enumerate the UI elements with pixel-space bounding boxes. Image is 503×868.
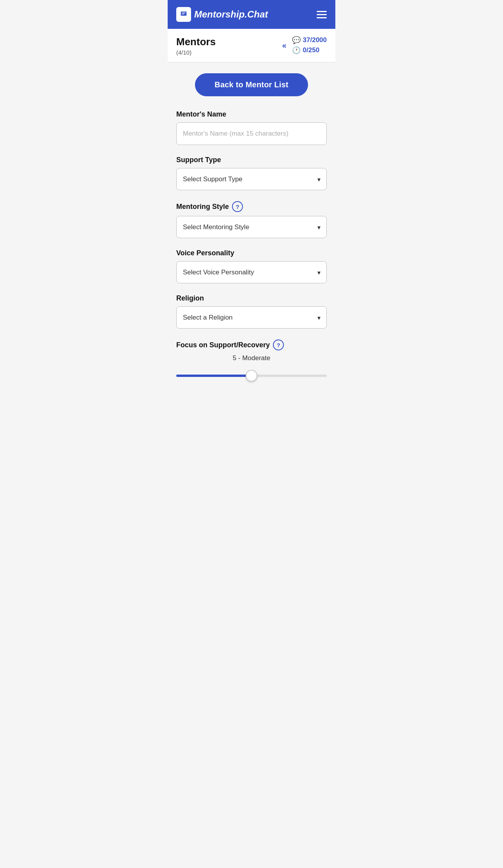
stats-container: 💬 37/2000 🕐 0/250 bbox=[292, 36, 327, 55]
mentor-name-input[interactable] bbox=[176, 122, 327, 145]
logo: Mentorship.Chat bbox=[176, 7, 268, 22]
page-subtitle: (4/10) bbox=[176, 49, 216, 56]
mentor-name-label: Mentor's Name bbox=[176, 110, 327, 118]
subheader: Mentors (4/10) « 💬 37/2000 🕐 0/250 bbox=[168, 29, 335, 62]
support-type-select-wrapper: Select Support Type ▾ bbox=[176, 168, 327, 190]
mentoring-style-help-icon[interactable]: ? bbox=[232, 201, 243, 212]
support-type-select[interactable]: Select Support Type bbox=[176, 168, 327, 190]
mentoring-style-label: Mentoring Style ? bbox=[176, 201, 327, 212]
back-button-container: Back to Mentor List bbox=[176, 73, 327, 96]
logo-icon bbox=[176, 7, 191, 22]
mentoring-style-select-wrapper: Select Mentoring Style ▾ bbox=[176, 216, 327, 238]
hamburger-line-3 bbox=[317, 17, 327, 18]
voice-personality-select[interactable]: Select Voice Personality bbox=[176, 261, 327, 283]
mentoring-style-section: Mentoring Style ? Select Mentoring Style… bbox=[176, 201, 327, 238]
stat-time-value: 0/250 bbox=[303, 46, 320, 54]
voice-personality-select-wrapper: Select Voice Personality ▾ bbox=[176, 261, 327, 283]
mentor-name-section: Mentor's Name bbox=[176, 110, 327, 145]
focus-support-help-icon[interactable]: ? bbox=[273, 339, 284, 350]
voice-personality-label: Voice Personality bbox=[176, 249, 327, 257]
focus-support-value: 5 - Moderate bbox=[176, 354, 327, 362]
hamburger-menu[interactable] bbox=[317, 11, 327, 18]
focus-support-slider-container bbox=[176, 366, 327, 385]
religion-select[interactable]: Select a Religion bbox=[176, 306, 327, 329]
subheader-right: « 💬 37/2000 🕐 0/250 bbox=[282, 36, 327, 55]
support-type-label: Support Type bbox=[176, 156, 327, 164]
app-header: Mentorship.Chat bbox=[168, 0, 335, 29]
back-to-mentor-list-button[interactable]: Back to Mentor List bbox=[195, 73, 308, 96]
stat-messages-value: 37/2000 bbox=[303, 36, 327, 44]
chevron-left-icon[interactable]: « bbox=[282, 41, 286, 50]
slider-fill bbox=[176, 375, 252, 377]
stat-time: 🕐 0/250 bbox=[292, 46, 327, 55]
page-title: Mentors bbox=[176, 36, 216, 48]
slider-thumb[interactable] bbox=[246, 370, 257, 382]
hamburger-line-1 bbox=[317, 11, 327, 12]
logo-text: Mentorship.Chat bbox=[194, 9, 268, 20]
religion-select-wrapper: Select a Religion ▾ bbox=[176, 306, 327, 329]
message-icon: 💬 bbox=[292, 36, 301, 44]
religion-label: Religion bbox=[176, 294, 327, 302]
support-type-section: Support Type Select Support Type ▾ bbox=[176, 156, 327, 190]
focus-support-label: Focus on Support/Recovery ? bbox=[176, 339, 327, 350]
voice-personality-section: Voice Personality Select Voice Personali… bbox=[176, 249, 327, 283]
subheader-left: Mentors (4/10) bbox=[176, 36, 216, 56]
hamburger-line-2 bbox=[317, 14, 327, 15]
mentoring-style-select[interactable]: Select Mentoring Style bbox=[176, 216, 327, 238]
slider-track bbox=[176, 375, 327, 377]
clock-icon: 🕐 bbox=[292, 46, 301, 55]
religion-section: Religion Select a Religion ▾ bbox=[176, 294, 327, 329]
main-content: Back to Mentor List Mentor's Name Suppor… bbox=[168, 62, 335, 412]
focus-support-section: Focus on Support/Recovery ? 5 - Moderate bbox=[176, 339, 327, 385]
stat-messages: 💬 37/2000 bbox=[292, 36, 327, 44]
